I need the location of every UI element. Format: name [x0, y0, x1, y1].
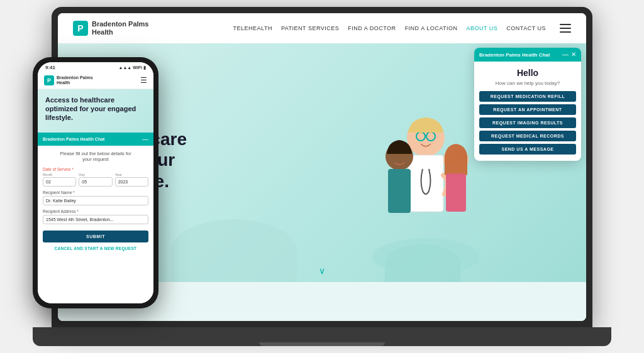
submit-button[interactable]: SUBMIT: [43, 231, 148, 242]
phone-status-icons: ▲▲▲ WiFi ▮: [118, 65, 146, 70]
phone-logo: P Bradenton Palms Health: [44, 75, 93, 86]
chat-header: Bradenton Palms Health Chat — ✕: [474, 48, 581, 62]
phone-logo-icon: P: [44, 75, 54, 85]
hamburger-icon[interactable]: [560, 24, 571, 33]
phone-logo-text: Bradenton Palms Health: [57, 75, 93, 86]
phone-hero: Access to healthcare optimized for your …: [38, 89, 153, 133]
nav-link-find-doctor[interactable]: FIND A DOCTOR: [348, 25, 396, 31]
phone-nav: P Bradenton Palms Health ☰: [38, 73, 153, 89]
phone-time: 9:41: [45, 65, 55, 70]
phone-chat-minimize-button[interactable]: —: [142, 136, 148, 143]
phone-chat-widget: Bradenton Palms Health Chat — Please fil…: [38, 133, 153, 303]
month-input[interactable]: 02: [43, 177, 76, 187]
phone-screen: 9:41 ▲▲▲ WiFi ▮ P Bradenton Palms Health: [38, 62, 153, 303]
logo-letter: P: [77, 23, 83, 33]
recipient-name-input[interactable]: Dr. Katie Bailey: [43, 196, 148, 205]
chat-body: Hello How can we help you today? REQUEST…: [474, 62, 581, 161]
phone-logo-letter: P: [47, 77, 51, 84]
recipient-name-field: Recipient Name * Dr. Katie Bailey: [43, 190, 148, 205]
logo-text: Bradenton Palms Health: [92, 20, 148, 36]
phone-chat-body: Please fill out the below details for yo…: [38, 146, 153, 303]
nav-bar: P Bradenton Palms Health TELEHEALTH PATI…: [58, 13, 586, 43]
nav-link-telehealth[interactable]: TELEHEALTH: [233, 25, 272, 31]
recipient-address-field: Recipient Address * 1545 West 4th Street…: [43, 209, 148, 224]
phone-status-bar: 9:41 ▲▲▲ WiFi ▮: [38, 62, 153, 73]
svg-rect-7: [388, 169, 411, 213]
chat-widget: Bradenton Palms Health Chat — ✕ Hello Ho…: [474, 48, 581, 161]
laptop-base: [33, 327, 611, 346]
cancel-link[interactable]: CANCEL AND START A NEW REQUEST: [43, 246, 148, 251]
phone-battery-icon: ▮: [143, 65, 146, 70]
day-field: Day 05: [79, 173, 112, 187]
month-label: Month: [43, 173, 76, 176]
laptop-shell: P Bradenton Palms Health TELEHEALTH PATI…: [52, 7, 592, 346]
phone-hero-title: Access to healthcare optimized for your …: [45, 95, 146, 122]
phone-signal-icon: ▲▲▲: [118, 65, 131, 70]
chat-header-actions: — ✕: [562, 52, 576, 58]
svg-rect-9: [446, 171, 466, 212]
nav-logo: P Bradenton Palms Health: [73, 20, 148, 36]
logo-icon: P: [73, 21, 88, 36]
phone-form-subtitle: Please fill out the below details for yo…: [43, 151, 148, 162]
chat-header-title: Bradenton Palms Health Chat: [479, 52, 550, 58]
year-field: Year 2023: [115, 173, 148, 187]
chat-hello-text: Hello: [479, 68, 576, 78]
chat-btn-medication-refill[interactable]: REQUEST MEDICATION REFILL: [479, 91, 576, 102]
svg-point-0: [372, 238, 479, 276]
phone-wifi-icon: WiFi: [133, 65, 142, 70]
year-label: Year: [115, 173, 148, 176]
phone-chat-title: Bradenton Palms Health Chat: [43, 137, 104, 141]
chat-close-button[interactable]: ✕: [571, 52, 576, 58]
svg-rect-2: [408, 155, 443, 212]
nav-link-contact-us[interactable]: CONTACT US: [506, 25, 546, 31]
recipient-address-input[interactable]: 1545 West 4th Street, Bradenton...: [43, 215, 148, 224]
nav-link-patient-services[interactable]: PATIENT SERVICES: [281, 25, 339, 31]
chevron-down-icon[interactable]: ∨: [319, 266, 325, 276]
date-label: Date of Service *: [43, 167, 148, 171]
month-field: Month 02: [43, 173, 76, 187]
nav-link-find-location[interactable]: FIND A LOCATION: [405, 25, 458, 31]
nav-link-about-us[interactable]: ABOUT US: [466, 25, 497, 31]
chat-btn-send-message[interactable]: SEND US A MESSAGE: [479, 144, 576, 155]
recipient-name-label: Recipient Name *: [43, 190, 148, 195]
date-fields: Month 02 Day 05 Year 2023: [43, 173, 148, 187]
phone-chat-header: Bradenton Palms Health Chat —: [38, 133, 153, 146]
hero-decoration: [171, 219, 297, 282]
nav-links: TELEHEALTH PATIENT SERVICES FIND A DOCTO…: [233, 24, 571, 33]
date-of-service-field: Date of Service * Month 02 Day 05: [43, 167, 148, 187]
chat-btn-appointment[interactable]: REQUEST AN APPOINTMENT: [479, 104, 576, 115]
day-input[interactable]: 05: [79, 177, 112, 187]
recipient-address-label: Recipient Address *: [43, 209, 148, 214]
chat-minimize-button[interactable]: —: [562, 52, 569, 58]
chat-subtitle: How can we help you today?: [479, 80, 576, 86]
phone-shell: 9:41 ▲▲▲ WiFi ▮ P Bradenton Palms Health: [33, 57, 158, 308]
doctors-illustration: [363, 94, 489, 276]
phone-hamburger-icon[interactable]: ☰: [140, 76, 147, 85]
day-label: Day: [79, 173, 112, 176]
chat-btn-imaging-results[interactable]: REQUEST IMAGING RESULTS: [479, 117, 576, 128]
chat-btn-medical-records[interactable]: REQUEST MEDICAL RECORDS: [479, 131, 576, 141]
year-input[interactable]: 2023: [115, 177, 148, 187]
